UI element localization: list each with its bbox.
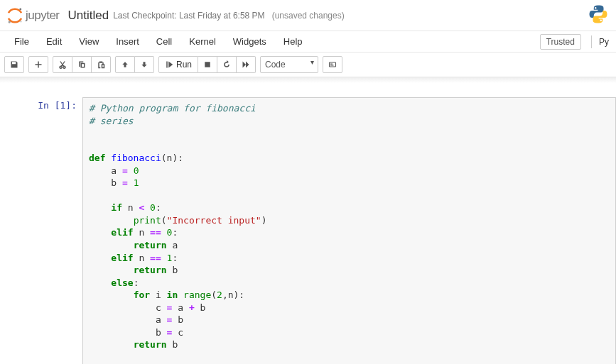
run-button[interactable]: Run xyxy=(158,56,198,73)
save-button[interactable] xyxy=(4,56,24,73)
restart-run-all-button[interactable] xyxy=(237,56,256,73)
svg-rect-6 xyxy=(330,64,333,65)
move-down-button[interactable] xyxy=(135,56,154,73)
code-cell[interactable]: In [1]: # Python program for fibonacci #… xyxy=(14,97,616,364)
checkpoint-status: Last Checkpoint: Last Friday at 6:58 PM … xyxy=(113,11,345,21)
input-prompt: In [1]: xyxy=(14,97,82,364)
interrupt-button[interactable] xyxy=(198,56,217,73)
svg-point-1 xyxy=(19,8,21,10)
menu-kernel[interactable]: Kernel xyxy=(180,32,225,51)
jupyter-logo[interactable]: jupyter xyxy=(6,6,60,25)
notebook-name[interactable]: Untitled xyxy=(68,9,109,23)
svg-rect-7 xyxy=(330,65,334,65)
jupyter-brand-text: jupyter xyxy=(26,9,60,23)
cell-type-select[interactable]: Code xyxy=(260,56,318,73)
menu-edit[interactable]: Edit xyxy=(38,32,70,51)
toolbar: Run Code xyxy=(0,53,616,77)
svg-rect-5 xyxy=(330,62,336,67)
menu-file[interactable]: File xyxy=(6,32,38,51)
insert-cell-below-button[interactable] xyxy=(28,56,48,73)
trusted-indicator[interactable]: Trusted xyxy=(540,34,581,50)
menu-help[interactable]: Help xyxy=(275,32,311,51)
paste-button[interactable] xyxy=(92,56,111,73)
command-palette-button[interactable] xyxy=(323,56,342,73)
menu-view[interactable]: View xyxy=(70,32,107,51)
notebook-header: jupyter Untitled Last Checkpoint: Last F… xyxy=(0,0,616,31)
menu-widgets[interactable]: Widgets xyxy=(225,32,275,51)
copy-button[interactable] xyxy=(72,56,92,73)
svg-point-3 xyxy=(20,21,21,22)
svg-point-2 xyxy=(9,21,11,23)
notebook-container: In [1]: # Python program for fibonacci #… xyxy=(0,83,616,364)
menu-insert[interactable]: Insert xyxy=(107,32,148,51)
divider xyxy=(591,35,592,48)
python-logo-icon xyxy=(588,4,609,27)
cut-button[interactable] xyxy=(53,56,72,73)
menu-cell[interactable]: Cell xyxy=(148,32,180,51)
move-up-button[interactable] xyxy=(115,56,135,73)
menubar: File Edit View Insert Cell Kernel Widget… xyxy=(0,31,616,53)
code-input-area[interactable]: # Python program for fibonacci # series … xyxy=(82,97,616,364)
restart-button[interactable] xyxy=(217,56,237,73)
svg-rect-4 xyxy=(205,62,210,67)
kernel-indicator[interactable]: Py xyxy=(598,35,610,49)
